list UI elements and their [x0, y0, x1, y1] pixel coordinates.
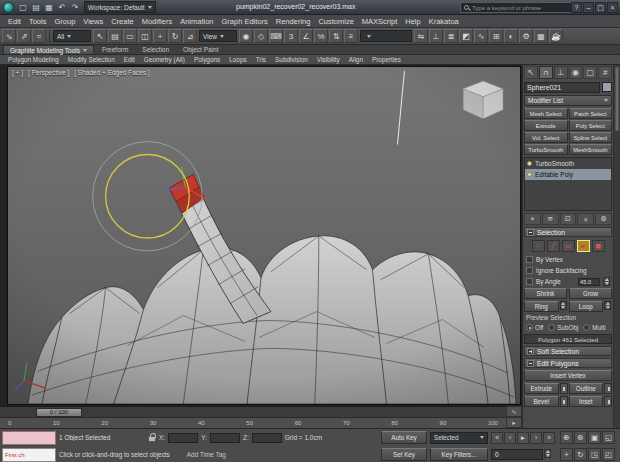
element-icon[interactable]: ◼	[592, 240, 605, 252]
ribbon-panel-polygon-modeling[interactable]: Polygon Modeling	[4, 56, 63, 63]
scrollbar-thumb[interactable]	[615, 67, 619, 131]
preview-multi-radio[interactable]	[583, 324, 590, 331]
auto-key-button[interactable]: Auto Key	[381, 431, 427, 444]
selection-rollout-header[interactable]: Selection	[524, 227, 612, 237]
window-crossing-icon[interactable]: ◫	[138, 29, 152, 43]
create-tab[interactable]: ↖	[524, 66, 538, 79]
modify-tab[interactable]: ∩	[539, 66, 553, 79]
display-tab[interactable]: ▢	[583, 66, 597, 79]
open-file-icon[interactable]: ▤	[30, 2, 42, 13]
unlink-selection-icon[interactable]: ⇗	[17, 29, 31, 43]
bind-to-space-warp-icon[interactable]: ≈	[32, 29, 46, 43]
modifier-set-button[interactable]: Mesh Select	[524, 108, 568, 119]
go-to-start-icon[interactable]: «	[491, 432, 503, 444]
menu-views[interactable]: Views	[79, 17, 107, 26]
viewport-general-menu[interactable]: [ + ]	[12, 69, 23, 76]
selection-filter-dropdown[interactable]: All	[53, 30, 91, 42]
select-by-name-icon[interactable]: ▤	[108, 29, 122, 43]
viewport-shading-menu[interactable]: [ Shaded + Edged Faces ]	[74, 69, 149, 76]
help-icon[interactable]: ?	[571, 2, 582, 13]
selection-region-icon[interactable]: ▭	[123, 29, 137, 43]
time-slider[interactable]: 0 / 100	[0, 406, 506, 417]
pin-stack-icon[interactable]: ⌖	[524, 213, 541, 225]
angle-spinner[interactable]	[603, 277, 610, 286]
object-name-field[interactable]: Sphere021	[524, 82, 600, 93]
menu-edit[interactable]: Edit	[4, 17, 25, 26]
keyboard-shortcut-toggle-icon[interactable]: ⌨	[269, 29, 283, 43]
tab-selection[interactable]: Selection	[136, 45, 175, 54]
next-frame-icon[interactable]: ›	[530, 432, 542, 444]
show-end-result-icon[interactable]: ≋	[542, 213, 559, 225]
remove-modifier-icon[interactable]: ×	[577, 213, 594, 225]
play-icon[interactable]: ►	[517, 432, 529, 444]
y-coord-field[interactable]	[210, 433, 240, 443]
ribbon-panel-geometry-all[interactable]: Geometry (All)	[140, 56, 189, 63]
polygon-icon[interactable]: ▰	[577, 240, 590, 252]
outline-button[interactable]: Outline	[569, 383, 604, 394]
modifier-set-button[interactable]: Spline Select	[569, 132, 613, 143]
zoom-region-icon[interactable]: ◳	[588, 448, 601, 461]
insert-vertex-button[interactable]: Insert Vertex	[524, 370, 612, 381]
loop-spinner[interactable]	[604, 301, 611, 310]
modifier-set-button[interactable]: TurboSmooth	[524, 144, 568, 155]
edge-icon[interactable]: ╱	[547, 240, 560, 252]
maximize-icon[interactable]: ▢	[595, 2, 606, 13]
rendered-frame-icon[interactable]: ▦	[534, 29, 548, 43]
command-panel-scrollbar[interactable]	[613, 65, 620, 428]
tab-object-paint[interactable]: Object Paint	[177, 45, 224, 54]
make-unique-icon[interactable]: ⊡	[560, 213, 577, 225]
bevel-button[interactable]: Bevel	[524, 396, 559, 407]
select-and-rotate-icon[interactable]: ↻	[168, 29, 182, 43]
select-and-link-icon[interactable]: ⇘	[2, 29, 16, 43]
modifier-set-button[interactable]: Extrude	[524, 120, 568, 131]
tab-graphite-modeling-tools[interactable]: Graphite Modeling Tools	[3, 45, 94, 54]
maxscript-mini-listener[interactable]: First ch	[2, 448, 56, 462]
stack-item-turbosmooth[interactable]: TurboSmooth	[525, 158, 611, 169]
orbit-icon[interactable]: ↻	[574, 448, 587, 461]
tab-freeform[interactable]: Freeform	[96, 45, 134, 54]
inset-button[interactable]: Inset	[569, 396, 604, 407]
frame-spinner[interactable]	[544, 449, 551, 458]
schematic-view-icon[interactable]: ⊞	[489, 29, 503, 43]
undo-icon[interactable]: ↶	[56, 2, 68, 13]
modifier-set-button[interactable]: Poly Select	[569, 120, 613, 131]
loop-button[interactable]: Loop	[569, 301, 604, 312]
render-setup-icon[interactable]: ⚙	[519, 29, 533, 43]
percent-snap-icon[interactable]: %	[314, 29, 328, 43]
layer-manager-icon[interactable]: ≣	[444, 29, 458, 43]
previous-frame-icon[interactable]: ‹	[504, 432, 516, 444]
select-and-scale-icon[interactable]: ⊿	[183, 29, 197, 43]
menu-krakatoa[interactable]: Krakatoa	[425, 17, 463, 26]
extrude-settings-button[interactable]	[560, 383, 568, 394]
border-icon[interactable]: ▭	[562, 240, 575, 252]
z-coord-field[interactable]	[252, 433, 282, 443]
pan-icon[interactable]: +	[560, 448, 573, 461]
menu-maxscript[interactable]: MAXScript	[358, 17, 401, 26]
angle-snap-icon[interactable]: ∠	[299, 29, 313, 43]
field-of-view-icon[interactable]: ◱	[602, 431, 615, 444]
object-color-swatch[interactable]	[602, 82, 612, 92]
stack-item-editable-poly[interactable]: Editable Poly	[525, 169, 611, 180]
extrude-button[interactable]: Extrude	[524, 383, 559, 394]
minimize-icon[interactable]: –	[583, 2, 594, 13]
menu-create[interactable]: Create	[107, 17, 138, 26]
ring-spinner[interactable]	[560, 301, 567, 310]
ribbon-panel-properties[interactable]: Properties	[368, 56, 405, 63]
ring-button[interactable]: Ring	[524, 301, 559, 312]
graphite-toggle-icon[interactable]: ◩	[459, 29, 473, 43]
zoom-extents-icon[interactable]: ▣	[588, 431, 601, 444]
save-file-icon[interactable]: ▦	[43, 2, 55, 13]
select-and-manipulate-icon[interactable]: ◇	[254, 29, 268, 43]
ribbon-panel-loops[interactable]: Loops	[225, 56, 250, 63]
utilities-tab[interactable]: #	[598, 66, 612, 79]
track-bar[interactable]: 0102030405060708090100	[0, 417, 506, 428]
soft-selection-rollout-header[interactable]: Soft Selection	[524, 346, 612, 356]
zoom-icon[interactable]: ⊕	[560, 431, 573, 444]
material-editor-icon[interactable]: ◐	[504, 29, 518, 43]
bevel-settings-button[interactable]	[560, 396, 568, 407]
preview-subobj-radio[interactable]	[548, 324, 555, 331]
configure-modifier-sets-icon[interactable]: ⚙	[595, 213, 612, 225]
menu-rendering[interactable]: Rendering	[272, 17, 315, 26]
x-coord-field[interactable]	[168, 433, 198, 443]
ribbon-panel-tris[interactable]: Tris	[252, 56, 270, 63]
